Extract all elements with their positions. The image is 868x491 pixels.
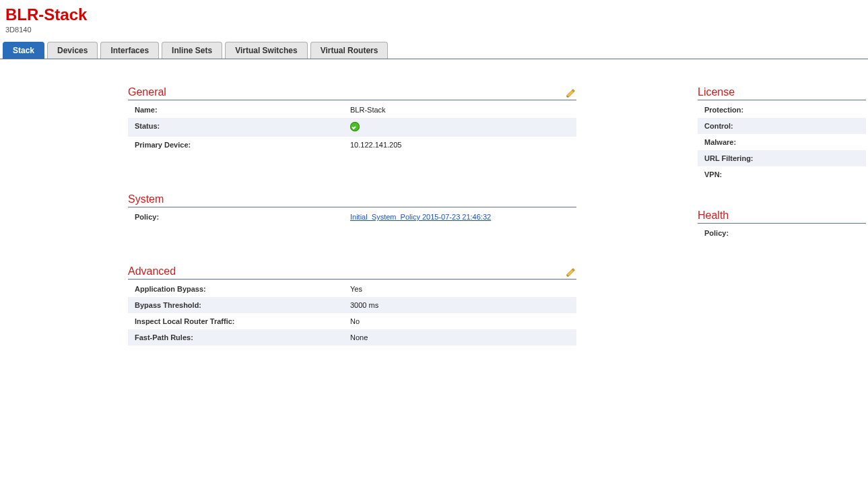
tab-stack[interactable]: Stack xyxy=(3,42,44,59)
edit-general-button[interactable] xyxy=(566,88,576,98)
side-row: VPN: xyxy=(698,166,866,183)
section-title-general: General xyxy=(128,86,566,98)
kv-key: Policy: xyxy=(135,213,350,221)
kv-value: BLR-Stack xyxy=(350,106,570,114)
side-row: Protection: xyxy=(698,102,866,118)
kv-key: Status: xyxy=(135,122,350,133)
section-title-advanced: Advanced xyxy=(128,265,566,277)
kv-key: Primary Device: xyxy=(135,141,350,149)
pencil-icon xyxy=(566,267,576,277)
tab-virtual-routers[interactable]: Virtual Routers xyxy=(310,42,389,59)
kv-row: Name:BLR-Stack xyxy=(128,102,576,118)
tab-virtual-switches[interactable]: Virtual Switches xyxy=(225,42,307,59)
kv-value: Initial_System_Policy 2015-07-23 21:46:3… xyxy=(350,213,570,221)
kv-row: Policy:Initial_System_Policy 2015-07-23 … xyxy=(128,209,576,225)
kv-value: 10.122.141.205 xyxy=(350,141,570,149)
side-row: Policy: xyxy=(698,225,866,241)
kv-value xyxy=(350,122,570,133)
section-title-health: Health xyxy=(698,209,866,222)
tab-inline-sets[interactable]: Inline Sets xyxy=(162,42,222,59)
kv-key: Inspect Local Router Traffic: xyxy=(135,317,350,325)
device-model: 3D8140 xyxy=(5,26,863,34)
side-row: URL Filtering: xyxy=(698,150,866,166)
kv-value: None xyxy=(350,333,570,341)
side-row: Malware: xyxy=(698,134,866,150)
kv-value: No xyxy=(350,317,570,325)
kv-key: Fast-Path Rules: xyxy=(135,333,350,341)
kv-row: Primary Device:10.122.141.205 xyxy=(128,137,576,153)
kv-row: Inspect Local Router Traffic:No xyxy=(128,313,576,329)
kv-row: Fast-Path Rules:None xyxy=(128,329,576,346)
kv-value: 3000 ms xyxy=(350,301,570,309)
page-title: BLR-Stack xyxy=(5,5,863,24)
kv-key: Name: xyxy=(135,106,350,114)
section-title-license: License xyxy=(698,86,866,98)
kv-row: Bypass Threshold:3000 ms xyxy=(128,297,576,313)
tab-bar: StackDevicesInterfacesInline SetsVirtual… xyxy=(0,42,868,59)
pencil-icon xyxy=(566,88,576,98)
section-title-system: System xyxy=(128,193,576,205)
kv-row: Application Bypass:Yes xyxy=(128,281,576,297)
side-row: Control: xyxy=(698,118,866,134)
edit-advanced-button[interactable] xyxy=(566,267,576,277)
status-ok-icon xyxy=(350,122,360,131)
kv-value: Yes xyxy=(350,285,570,293)
policy-link[interactable]: Initial_System_Policy 2015-07-23 21:46:3… xyxy=(350,213,491,221)
kv-key: Bypass Threshold: xyxy=(135,301,350,309)
kv-row: Status: xyxy=(128,118,576,137)
tab-devices[interactable]: Devices xyxy=(47,42,98,59)
tab-interfaces[interactable]: Interfaces xyxy=(100,42,159,59)
kv-key: Application Bypass: xyxy=(135,285,350,293)
